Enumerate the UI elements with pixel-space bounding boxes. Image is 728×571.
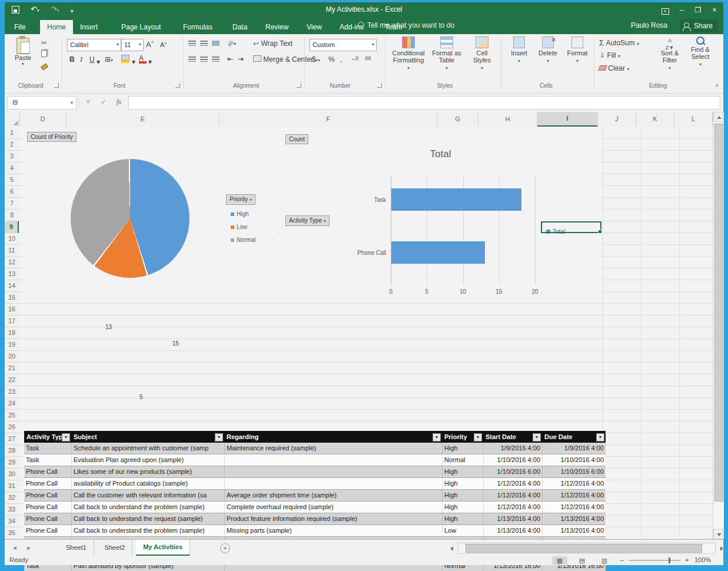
- table-cell[interactable]: High: [442, 502, 483, 513]
- sheet-nav-right-icon[interactable]: ►: [26, 545, 32, 551]
- column-header-G[interactable]: G: [437, 112, 478, 127]
- pie-chart[interactable]: Count of Priority 15513 Priority ▾ HighL…: [24, 130, 277, 301]
- grow-font-button[interactable]: A˄: [146, 40, 154, 49]
- vertical-scroll-thumb[interactable]: [714, 124, 723, 502]
- row-header-15[interactable]: 15: [5, 292, 19, 304]
- bar-phone-call[interactable]: [391, 241, 485, 264]
- table-cell[interactable]: 1/13/2016 4:00: [483, 525, 542, 536]
- align-middle-icon[interactable]: [200, 39, 208, 48]
- conditional-formatting-button[interactable]: Conditional Formatting▾: [390, 36, 427, 80]
- maximize-icon[interactable]: ❐: [692, 5, 704, 15]
- filter-dropdown-icon[interactable]: ▼: [474, 433, 482, 441]
- format-painter-icon[interactable]: [39, 61, 49, 72]
- bar-task[interactable]: [391, 188, 521, 211]
- horizontal-scrollbar[interactable]: [458, 543, 716, 554]
- filter-dropdown-icon[interactable]: ▼: [62, 433, 70, 441]
- table-cell[interactable]: [224, 478, 442, 489]
- decrease-decimal-icon[interactable]: .00: [364, 55, 371, 61]
- ribbon-display-options-icon[interactable]: ∧: [659, 5, 672, 15]
- name-box[interactable]: I9▾: [7, 96, 77, 109]
- row-header-33[interactable]: 33: [5, 504, 19, 516]
- row-header-5[interactable]: 5: [5, 174, 19, 186]
- table-row[interactable]: Phone CallCall back to understand the re…: [24, 513, 606, 525]
- row-header-7[interactable]: 7: [5, 198, 19, 210]
- table-cell[interactable]: 1/9/2016 4:00: [483, 443, 542, 454]
- number-format-select[interactable]: Custom▾: [310, 39, 377, 51]
- table-row[interactable]: Phone CallCall the customer with relevan…: [24, 490, 606, 502]
- row-header-31[interactable]: 31: [5, 480, 19, 492]
- row-header-12[interactable]: 12: [5, 257, 19, 268]
- table-cell[interactable]: [224, 466, 442, 477]
- row-header-8[interactable]: 8: [5, 210, 19, 221]
- ribbon-tab-review[interactable]: Review: [258, 20, 295, 34]
- scroll-up-icon[interactable]: [713, 112, 723, 122]
- table-cell[interactable]: Phone Call: [24, 513, 71, 524]
- font-size-select[interactable]: 11▾: [121, 39, 144, 51]
- close-icon[interactable]: ×: [708, 5, 721, 15]
- row-header-16[interactable]: 16: [5, 304, 19, 316]
- orientation-icon[interactable]: ab▾: [227, 39, 236, 47]
- row-header-2[interactable]: 2: [5, 139, 19, 151]
- filter-dropdown-icon[interactable]: ▼: [433, 433, 441, 441]
- table-cell[interactable]: Missing parts (sample): [224, 525, 442, 536]
- horizontal-scroll-thumb[interactable]: [466, 544, 702, 553]
- tell-me-box[interactable]: Tell me what you want to do: [358, 21, 454, 29]
- table-row[interactable]: Phone CallCall back to understand the pr…: [24, 525, 606, 537]
- clear-button[interactable]: Clear ▾: [599, 64, 629, 72]
- table-cell[interactable]: Average order shipment time (sample): [224, 490, 442, 501]
- table-cell[interactable]: High: [442, 466, 483, 477]
- filter-dropdown-icon[interactable]: ▼: [596, 433, 604, 441]
- table-cell[interactable]: 1/12/2016 4:00: [542, 478, 606, 489]
- table-row[interactable]: TaskEvaluation Plan agreed upon (sample)…: [24, 454, 606, 466]
- table-cell[interactable]: High: [442, 490, 483, 501]
- sheet-tab-sheet1[interactable]: Sheet1: [59, 540, 94, 556]
- fill-color-icon[interactable]: [121, 54, 129, 63]
- page-break-view-icon[interactable]: ▥: [597, 556, 612, 565]
- table-row[interactable]: TaskSchedule an appointment with custome…: [24, 443, 606, 454]
- row-header-1[interactable]: 1: [5, 127, 19, 139]
- font-dialog-launcher-icon[interactable]: [175, 83, 180, 88]
- table-header-subject[interactable]: Subject: [71, 431, 224, 443]
- table-cell[interactable]: Phone Call: [24, 466, 71, 477]
- table-row[interactable]: Phone CallLikes some of our new products…: [24, 466, 606, 478]
- scroll-left-icon[interactable]: [450, 546, 453, 551]
- paste-button[interactable]: Paste▾: [9, 36, 36, 80]
- table-cell[interactable]: Call the customer with relevant informat…: [71, 490, 224, 501]
- table-cell[interactable]: 1/10/2016 4:00: [542, 454, 606, 466]
- ribbon-tab-home[interactable]: Home: [40, 20, 73, 34]
- row-header-17[interactable]: 17: [5, 316, 19, 327]
- row-header-21[interactable]: 21: [5, 363, 19, 374]
- underline-button[interactable]: U: [89, 55, 95, 64]
- comma-format-icon[interactable]: ,: [340, 55, 342, 64]
- fill-button[interactable]: ⇓ Fill ▾: [599, 51, 620, 59]
- collapse-ribbon-icon[interactable]: ∧: [715, 82, 719, 88]
- zoom-slider-thumb[interactable]: [669, 557, 670, 563]
- currency-format-icon[interactable]: $ ▾: [312, 55, 320, 64]
- table-cell[interactable]: 1/10/2016 6:00: [542, 466, 606, 477]
- row-header-18[interactable]: 18: [5, 327, 19, 339]
- row-header-24[interactable]: 24: [5, 398, 19, 410]
- table-cell[interactable]: Schedule an appointment with customer (s…: [71, 443, 224, 454]
- align-center-icon[interactable]: [200, 55, 208, 64]
- italic-button[interactable]: I: [80, 55, 82, 64]
- table-cell[interactable]: Low: [442, 525, 483, 536]
- alignment-dialog-launcher-icon[interactable]: [297, 83, 301, 88]
- table-cell[interactable]: High: [442, 478, 483, 489]
- row-header-22[interactable]: 22: [5, 374, 19, 386]
- copy-icon[interactable]: [39, 49, 49, 60]
- table-cell[interactable]: Product feature information required (sa…: [224, 513, 442, 524]
- increase-indent-icon[interactable]: ⇥: [238, 55, 244, 63]
- ribbon-tab-formulas[interactable]: Formulas: [176, 20, 220, 34]
- find-select-button[interactable]: Find & Select▾: [686, 36, 714, 80]
- number-dialog-launcher-icon[interactable]: [377, 83, 382, 88]
- table-cell[interactable]: Call back to understand the request (sam…: [71, 513, 224, 524]
- column-header-J[interactable]: J: [598, 112, 636, 127]
- pie-legend-item-high[interactable]: High: [231, 211, 249, 217]
- table-cell[interactable]: availability of Product catalogs (sample…: [71, 478, 224, 489]
- table-cell[interactable]: Evaluation Plan agreed upon (sample): [71, 454, 224, 466]
- table-cell[interactable]: Phone Call: [24, 502, 71, 513]
- pie-legend-item-low[interactable]: Low: [231, 224, 247, 230]
- column-header-D[interactable]: D: [19, 112, 67, 127]
- decrease-indent-icon[interactable]: ⇤: [227, 55, 233, 63]
- row-header-19[interactable]: 19: [5, 339, 19, 351]
